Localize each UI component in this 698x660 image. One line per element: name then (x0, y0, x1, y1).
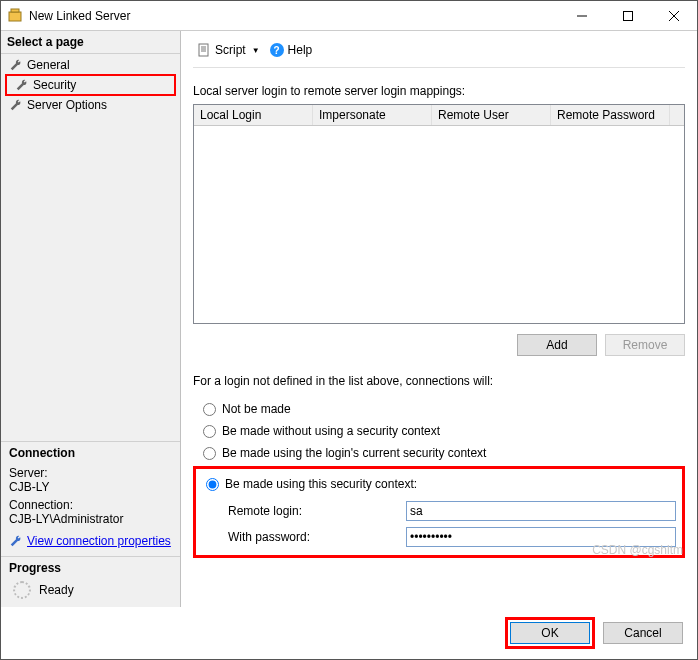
with-password-label: With password: (228, 530, 398, 544)
remote-login-label: Remote login: (228, 504, 398, 518)
radio-not-be-made[interactable]: Not be made (193, 398, 685, 420)
svg-rect-1 (11, 9, 19, 12)
radio-login-security-context[interactable]: Be made using the login's current securi… (193, 442, 685, 464)
dropdown-arrow-icon: ▼ (252, 46, 260, 55)
help-icon: ? (270, 43, 284, 57)
help-label: Help (288, 43, 313, 57)
add-button[interactable]: Add (517, 334, 597, 356)
sidebar-item-label: Server Options (27, 98, 107, 112)
radio-no-security-context-label: Be made without using a security context (222, 424, 440, 438)
close-button[interactable] (651, 1, 697, 31)
properties-icon (9, 534, 23, 548)
radio-login-security-context-label: Be made using the login's current securi… (222, 446, 486, 460)
sidebar-item-server-options[interactable]: Server Options (1, 96, 180, 114)
toolbar: Script ▼ ? Help (193, 39, 685, 68)
col-remote-user[interactable]: Remote User (432, 105, 551, 125)
connection-label: Connection: (9, 498, 172, 512)
sidebar-item-label: Security (33, 78, 76, 92)
dialog-footer: OK Cancel (1, 607, 697, 659)
radio-login-security-context-input[interactable] (203, 447, 216, 460)
server-value: CJB-LY (9, 480, 172, 494)
view-connection-properties-link[interactable]: View connection properties (9, 534, 172, 548)
connection-value: CJB-LY\Administrator (9, 512, 172, 526)
main-panel: Script ▼ ? Help Local server login to re… (181, 31, 697, 607)
minimize-button[interactable] (559, 1, 605, 31)
radio-not-be-made-input[interactable] (203, 403, 216, 416)
sidebar-item-general[interactable]: General (1, 56, 180, 74)
remove-button: Remove (605, 334, 685, 356)
script-icon (197, 43, 211, 57)
col-spacer (670, 105, 684, 125)
ok-button[interactable]: OK (510, 622, 590, 644)
radio-no-security-context-input[interactable] (203, 425, 216, 438)
view-connection-properties-label: View connection properties (27, 534, 171, 548)
svg-rect-0 (9, 12, 21, 21)
select-page-header: Select a page (1, 31, 180, 54)
connection-header: Connection (9, 446, 172, 460)
script-button[interactable]: Script ▼ (193, 41, 264, 59)
window-title: New Linked Server (29, 9, 559, 23)
with-password-input[interactable] (406, 527, 676, 547)
svg-line-4 (669, 11, 679, 21)
radio-caption: For a login not defined in the list abov… (193, 374, 685, 388)
titlebar: New Linked Server (1, 1, 697, 31)
help-button[interactable]: ? Help (270, 43, 313, 57)
radio-no-security-context[interactable]: Be made without using a security context (193, 420, 685, 442)
maximize-button[interactable] (605, 1, 651, 31)
app-icon (7, 8, 23, 24)
col-impersonate[interactable]: Impersonate (313, 105, 432, 125)
wrench-icon (9, 98, 23, 112)
radio-not-be-made-label: Not be made (222, 402, 291, 416)
radio-this-security-context-input[interactable] (206, 478, 219, 491)
grid-header-row: Local Login Impersonate Remote User Remo… (194, 105, 684, 126)
progress-panel: Progress Ready (1, 556, 180, 607)
new-linked-server-window: New Linked Server Select a page General … (0, 0, 698, 660)
radio-this-security-context-label: Be made using this security context: (225, 477, 417, 491)
script-label: Script (215, 43, 246, 57)
svg-rect-3 (624, 11, 633, 20)
col-remote-password[interactable]: Remote Password (551, 105, 670, 125)
mappings-label: Local server login to remote server logi… (193, 84, 685, 98)
sidebar-item-security[interactable]: Security (5, 74, 176, 96)
svg-line-5 (669, 11, 679, 21)
radio-this-security-context[interactable]: Be made using this security context: (202, 473, 676, 495)
ok-highlight: OK (505, 617, 595, 649)
progress-status: Ready (39, 583, 74, 597)
svg-rect-6 (199, 44, 208, 56)
progress-spinner-icon (13, 581, 31, 599)
wrench-icon (15, 78, 29, 92)
server-label: Server: (9, 466, 172, 480)
login-mappings-grid[interactable]: Local Login Impersonate Remote User Remo… (193, 104, 685, 324)
progress-header: Progress (9, 561, 172, 575)
cancel-button[interactable]: Cancel (603, 622, 683, 644)
remote-login-input[interactable] (406, 501, 676, 521)
col-local-login[interactable]: Local Login (194, 105, 313, 125)
wrench-icon (9, 58, 23, 72)
sidebar-item-label: General (27, 58, 70, 72)
connection-panel: Connection Server: CJB-LY Connection: CJ… (1, 441, 180, 556)
sidebar: Select a page General Security Server Op… (1, 31, 181, 607)
security-context-group: Be made using this security context: Rem… (193, 466, 685, 558)
